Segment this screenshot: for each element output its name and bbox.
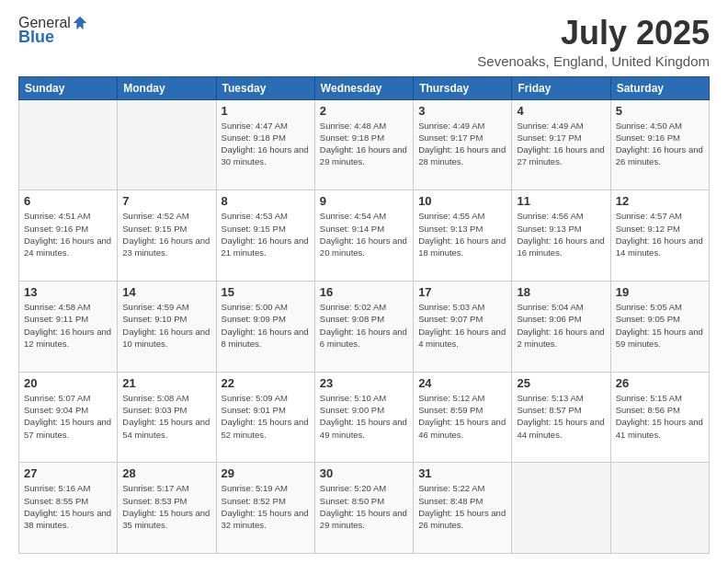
table-row <box>610 463 709 554</box>
logo-icon <box>72 15 88 31</box>
table-row: 29Sunrise: 5:19 AMSunset: 8:52 PMDayligh… <box>216 463 314 554</box>
day-info: Sunrise: 5:04 AMSunset: 9:06 PMDaylight:… <box>517 301 605 350</box>
calendar-week-row: 6Sunrise: 4:51 AMSunset: 9:16 PMDaylight… <box>19 190 710 282</box>
table-row <box>512 463 610 554</box>
table-row: 27Sunrise: 5:16 AMSunset: 8:55 PMDayligh… <box>19 463 118 554</box>
calendar: Sunday Monday Tuesday Wednesday Thursday… <box>18 76 710 554</box>
day-number: 24 <box>418 376 506 390</box>
day-number: 29 <box>222 466 310 480</box>
table-row: 4Sunrise: 4:49 AMSunset: 9:17 PMDaylight… <box>512 99 610 190</box>
table-row: 9Sunrise: 4:54 AMSunset: 9:14 PMDaylight… <box>314 190 413 282</box>
table-row: 14Sunrise: 4:59 AMSunset: 9:10 PMDayligh… <box>118 281 216 372</box>
day-number: 8 <box>222 194 310 208</box>
day-info: Sunrise: 5:10 AMSunset: 9:00 PMDaylight:… <box>320 392 408 441</box>
table-row: 8Sunrise: 4:53 AMSunset: 9:15 PMDaylight… <box>216 190 314 282</box>
day-info: Sunrise: 4:49 AMSunset: 9:17 PMDaylight:… <box>418 120 506 168</box>
day-number: 2 <box>320 104 408 118</box>
day-info: Sunrise: 5:03 AMSunset: 9:07 PMDaylight:… <box>418 301 506 350</box>
day-info: Sunrise: 4:48 AMSunset: 9:18 PMDaylight:… <box>320 120 408 168</box>
day-number: 23 <box>320 376 408 390</box>
day-info: Sunrise: 4:56 AMSunset: 9:13 PMDaylight:… <box>517 210 605 259</box>
calendar-week-row: 13Sunrise: 4:58 AMSunset: 9:11 PMDayligh… <box>19 281 710 372</box>
table-row: 17Sunrise: 5:03 AMSunset: 9:07 PMDayligh… <box>414 281 512 372</box>
day-number: 28 <box>122 466 210 480</box>
day-info: Sunrise: 4:54 AMSunset: 9:14 PMDaylight:… <box>320 210 408 259</box>
table-row: 12Sunrise: 4:57 AMSunset: 9:12 PMDayligh… <box>610 190 709 282</box>
day-info: Sunrise: 4:51 AMSunset: 9:16 PMDaylight:… <box>24 210 112 259</box>
day-info: Sunrise: 5:17 AMSunset: 8:53 PMDaylight:… <box>122 482 210 531</box>
col-monday: Monday <box>118 76 216 99</box>
day-info: Sunrise: 4:55 AMSunset: 9:13 PMDaylight:… <box>418 210 506 259</box>
table-row: 2Sunrise: 4:48 AMSunset: 9:18 PMDaylight… <box>314 99 413 190</box>
table-row: 25Sunrise: 5:13 AMSunset: 8:57 PMDayligh… <box>512 372 610 463</box>
day-number: 25 <box>517 376 605 390</box>
subtitle: Sevenoaks, England, United Kingdom <box>477 53 710 69</box>
day-info: Sunrise: 5:09 AMSunset: 9:01 PMDaylight:… <box>222 392 310 441</box>
col-tuesday: Tuesday <box>216 76 314 99</box>
day-info: Sunrise: 5:12 AMSunset: 8:59 PMDaylight:… <box>418 392 506 441</box>
table-row: 11Sunrise: 4:56 AMSunset: 9:13 PMDayligh… <box>512 190 610 282</box>
day-number: 3 <box>418 104 506 118</box>
table-row: 19Sunrise: 5:05 AMSunset: 9:05 PMDayligh… <box>610 281 709 372</box>
day-info: Sunrise: 5:16 AMSunset: 8:55 PMDaylight:… <box>24 482 112 531</box>
table-row: 7Sunrise: 4:52 AMSunset: 9:15 PMDaylight… <box>118 190 216 282</box>
day-number: 21 <box>122 376 210 390</box>
table-row <box>118 99 216 190</box>
svg-marker-0 <box>74 17 86 29</box>
day-info: Sunrise: 4:53 AMSunset: 9:15 PMDaylight:… <box>222 210 310 259</box>
day-number: 6 <box>24 194 112 208</box>
day-number: 14 <box>122 285 210 299</box>
day-info: Sunrise: 4:49 AMSunset: 9:17 PMDaylight:… <box>517 120 605 168</box>
calendar-header-row: Sunday Monday Tuesday Wednesday Thursday… <box>19 76 710 99</box>
logo: General Blue <box>18 15 89 47</box>
day-number: 26 <box>616 376 704 390</box>
day-number: 13 <box>24 285 112 299</box>
day-number: 30 <box>320 466 408 480</box>
day-number: 17 <box>418 285 506 299</box>
table-row: 24Sunrise: 5:12 AMSunset: 8:59 PMDayligh… <box>414 372 512 463</box>
day-info: Sunrise: 4:50 AMSunset: 9:16 PMDaylight:… <box>616 120 704 168</box>
table-row: 5Sunrise: 4:50 AMSunset: 9:16 PMDaylight… <box>610 99 709 190</box>
day-number: 20 <box>24 376 112 390</box>
header: General Blue July 2025 Sevenoaks, Englan… <box>18 15 710 69</box>
day-info: Sunrise: 5:08 AMSunset: 9:03 PMDaylight:… <box>122 392 210 441</box>
table-row: 28Sunrise: 5:17 AMSunset: 8:53 PMDayligh… <box>118 463 216 554</box>
table-row: 30Sunrise: 5:20 AMSunset: 8:50 PMDayligh… <box>314 463 413 554</box>
col-friday: Friday <box>512 76 610 99</box>
day-info: Sunrise: 5:00 AMSunset: 9:09 PMDaylight:… <box>222 301 310 350</box>
day-info: Sunrise: 5:22 AMSunset: 8:48 PMDaylight:… <box>418 482 506 531</box>
day-number: 19 <box>616 285 704 299</box>
col-saturday: Saturday <box>610 76 709 99</box>
day-info: Sunrise: 5:15 AMSunset: 8:56 PMDaylight:… <box>616 392 704 441</box>
table-row: 20Sunrise: 5:07 AMSunset: 9:04 PMDayligh… <box>19 372 118 463</box>
day-info: Sunrise: 5:19 AMSunset: 8:52 PMDaylight:… <box>222 482 310 531</box>
logo-blue-text: Blue <box>18 28 54 47</box>
table-row: 10Sunrise: 4:55 AMSunset: 9:13 PMDayligh… <box>414 190 512 282</box>
table-row <box>19 99 118 190</box>
day-info: Sunrise: 5:02 AMSunset: 9:08 PMDaylight:… <box>320 301 408 350</box>
table-row: 31Sunrise: 5:22 AMSunset: 8:48 PMDayligh… <box>414 463 512 554</box>
table-row: 21Sunrise: 5:08 AMSunset: 9:03 PMDayligh… <box>118 372 216 463</box>
table-row: 26Sunrise: 5:15 AMSunset: 8:56 PMDayligh… <box>610 372 709 463</box>
col-sunday: Sunday <box>19 76 118 99</box>
page: General Blue July 2025 Sevenoaks, Englan… <box>0 0 728 563</box>
table-row: 16Sunrise: 5:02 AMSunset: 9:08 PMDayligh… <box>314 281 413 372</box>
day-number: 22 <box>222 376 310 390</box>
day-info: Sunrise: 4:52 AMSunset: 9:15 PMDaylight:… <box>122 210 210 259</box>
table-row: 15Sunrise: 5:00 AMSunset: 9:09 PMDayligh… <box>216 281 314 372</box>
day-info: Sunrise: 5:13 AMSunset: 8:57 PMDaylight:… <box>517 392 605 441</box>
day-info: Sunrise: 4:58 AMSunset: 9:11 PMDaylight:… <box>24 301 112 350</box>
calendar-week-row: 27Sunrise: 5:16 AMSunset: 8:55 PMDayligh… <box>19 463 710 554</box>
day-number: 12 <box>616 194 704 208</box>
day-info: Sunrise: 4:57 AMSunset: 9:12 PMDaylight:… <box>616 210 704 259</box>
day-number: 15 <box>222 285 310 299</box>
day-number: 31 <box>418 466 506 480</box>
day-info: Sunrise: 4:59 AMSunset: 9:10 PMDaylight:… <box>122 301 210 350</box>
table-row: 3Sunrise: 4:49 AMSunset: 9:17 PMDaylight… <box>414 99 512 190</box>
table-row: 22Sunrise: 5:09 AMSunset: 9:01 PMDayligh… <box>216 372 314 463</box>
main-title: July 2025 <box>477 15 710 52</box>
table-row: 13Sunrise: 4:58 AMSunset: 9:11 PMDayligh… <box>19 281 118 372</box>
day-number: 4 <box>517 104 605 118</box>
day-number: 18 <box>517 285 605 299</box>
table-row: 23Sunrise: 5:10 AMSunset: 9:00 PMDayligh… <box>314 372 413 463</box>
